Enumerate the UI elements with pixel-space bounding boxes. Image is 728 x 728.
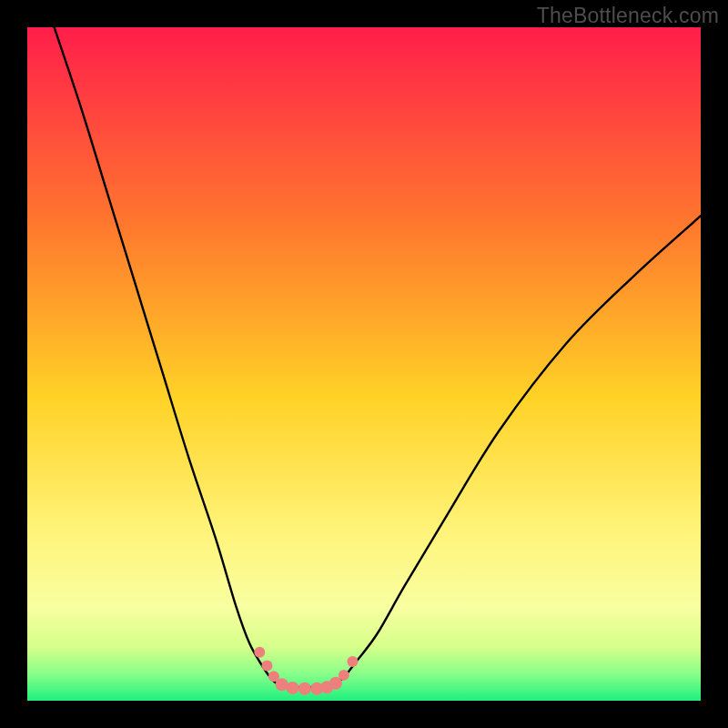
plot-area <box>27 27 701 701</box>
gradient-background <box>27 27 701 701</box>
data-marker <box>339 670 349 681</box>
chart-svg <box>27 27 701 701</box>
data-marker <box>347 656 358 667</box>
data-marker <box>287 682 299 694</box>
watermark-text: TheBottleneck.com <box>537 4 719 28</box>
data-marker <box>261 661 272 672</box>
outer-frame: TheBottleneck.com <box>0 0 728 728</box>
data-marker <box>298 682 311 695</box>
data-marker <box>276 678 288 691</box>
data-marker <box>254 647 265 658</box>
